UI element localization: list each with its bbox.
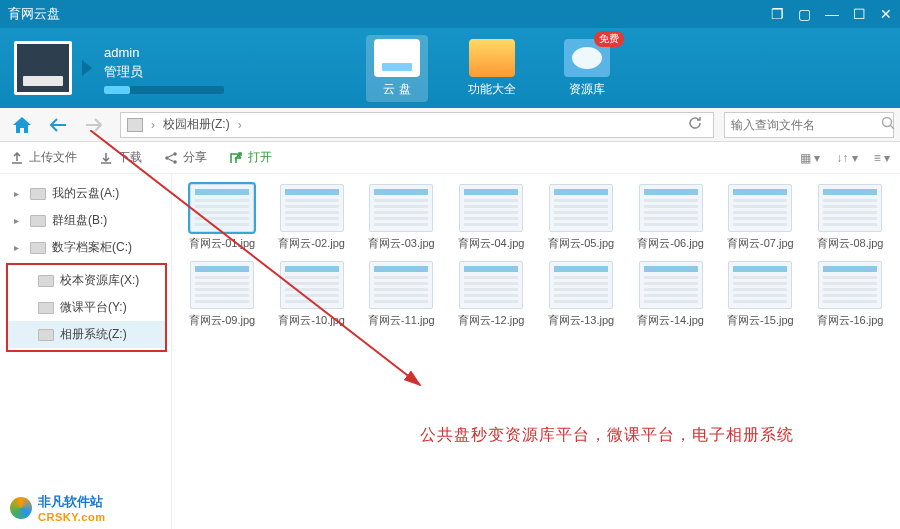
sidebar-item[interactable]: ▸数字档案柜(C:) [0,234,171,261]
share-button[interactable]: 分享 [164,149,207,166]
file-item[interactable]: 育网云-05.jpg [539,184,623,251]
file-thumbnail [280,184,344,232]
arrow-right-icon [85,118,103,132]
list-options-button[interactable]: ≡ ▾ [874,151,890,165]
open-button[interactable]: 打开 [229,149,272,166]
upload-label: 上传文件 [29,149,77,166]
file-thumbnail [369,184,433,232]
forward-button[interactable] [78,112,110,138]
arrow-right-icon [82,60,92,76]
file-thumbnail [818,184,882,232]
file-item[interactable]: 育网云-12.jpg [449,261,533,328]
share-icon [164,151,178,165]
file-thumbnail [639,261,703,309]
free-badge: 免费 [594,31,624,47]
file-thumbnail [818,261,882,309]
file-item[interactable]: 育网云-04.jpg [449,184,533,251]
search-box[interactable] [724,112,894,138]
breadcrumb-sep: › [238,118,242,132]
file-name: 育网云-12.jpg [458,313,525,328]
file-item[interactable]: 育网云-08.jpg [808,184,892,251]
window-restore-icon[interactable]: ▢ [798,6,811,22]
upload-button[interactable]: 上传文件 [10,149,77,166]
file-item[interactable]: 育网云-09.jpg [180,261,264,328]
highlighted-group: 校本资源库(X:)微课平台(Y:)相册系统(Z:) [6,263,167,352]
sidebar-item-label: 微课平台(Y:) [60,299,127,316]
download-label: 下载 [118,149,142,166]
svg-point-3 [173,152,177,156]
file-thumbnail [459,261,523,309]
file-name: 育网云-11.jpg [368,313,435,328]
top-tab-label: 功能大全 [468,81,516,98]
window-controls: ❐ ▢ — ☐ ✕ [771,6,892,22]
file-thumbnail [728,184,792,232]
file-name: 育网云-03.jpg [368,236,435,251]
window-maximize-icon[interactable]: ☐ [853,6,866,22]
file-name: 育网云-09.jpg [189,313,256,328]
top-tab-disk[interactable]: 云 盘 [366,35,428,102]
file-name: 育网云-01.jpg [189,236,256,251]
file-item[interactable]: 育网云-10.jpg [270,261,354,328]
toolbar-right: ▦ ▾ ↓↑ ▾ ≡ ▾ [800,151,890,165]
file-name: 育网云-13.jpg [548,313,615,328]
caret-icon: ▸ [14,188,24,199]
file-thumbnail [190,261,254,309]
svg-point-0 [883,118,892,127]
res-icon: 免费 [564,39,610,77]
window-tile-icon[interactable]: ❐ [771,6,784,22]
window-close-icon[interactable]: ✕ [880,6,892,22]
top-tabs: 云 盘功能大全免费资源库 [366,35,618,102]
file-item[interactable]: 育网云-01.jpg [180,184,264,251]
file-item[interactable]: 育网云-11.jpg [360,261,444,328]
search-icon[interactable] [881,116,895,133]
file-item[interactable]: 育网云-15.jpg [719,261,803,328]
file-thumbnail [549,184,613,232]
file-name: 育网云-16.jpg [817,313,884,328]
download-icon [99,151,113,165]
storage-progress [104,86,224,94]
file-item[interactable]: 育网云-16.jpg [808,261,892,328]
file-item[interactable]: 育网云-14.jpg [629,261,713,328]
sidebar-item[interactable]: 相册系统(Z:) [8,321,165,348]
user-role: 管理员 [104,62,224,82]
back-button[interactable] [42,112,74,138]
watermark-logo-icon [10,497,32,519]
file-thumbnail [190,184,254,232]
breadcrumb-path: 校园相册(Z:) [163,116,230,133]
file-item[interactable]: 育网云-02.jpg [270,184,354,251]
svg-point-4 [173,160,177,164]
sidebar-item-label: 数字档案柜(C:) [52,239,132,256]
refresh-button[interactable] [687,115,703,134]
window-minimize-icon[interactable]: — [825,6,839,22]
share-label: 分享 [183,149,207,166]
open-icon [229,151,243,165]
file-item[interactable]: 育网云-06.jpg [629,184,713,251]
sort-button[interactable]: ↓↑ ▾ [836,151,857,165]
file-name: 育网云-14.jpg [637,313,704,328]
drive-badge-icon [14,41,72,95]
main: ▸我的云盘(A:)▸群组盘(B:)▸数字档案柜(C:) 校本资源库(X:)微课平… [0,174,900,529]
top-tab-tools[interactable]: 功能大全 [460,35,524,102]
download-button[interactable]: 下载 [99,149,142,166]
breadcrumb[interactable]: › 校园相册(Z:) › [120,112,714,138]
file-thumbnail [639,184,703,232]
top-tab-label: 云 盘 [383,81,410,98]
sidebar-item[interactable]: 微课平台(Y:) [8,294,165,321]
top-tab-res[interactable]: 免费资源库 [556,35,618,102]
file-item[interactable]: 育网云-07.jpg [719,184,803,251]
watermark: 非凡软件站 CRSKY.com [10,493,105,523]
sidebar-item[interactable]: ▸群组盘(B:) [0,207,171,234]
home-button[interactable] [6,112,38,138]
file-thumbnail [728,261,792,309]
drive-icon [30,242,46,254]
svg-point-2 [165,156,169,160]
caret-icon: ▸ [14,215,24,226]
sidebar-item[interactable]: 校本资源库(X:) [8,267,165,294]
sidebar-item[interactable]: ▸我的云盘(A:) [0,180,171,207]
file-grid: 育网云-01.jpg育网云-02.jpg育网云-03.jpg育网云-04.jpg… [180,184,892,328]
file-item[interactable]: 育网云-03.jpg [360,184,444,251]
search-input[interactable] [731,118,881,132]
file-item[interactable]: 育网云-13.jpg [539,261,623,328]
view-mode-button[interactable]: ▦ ▾ [800,151,820,165]
drive-icon [38,302,54,314]
